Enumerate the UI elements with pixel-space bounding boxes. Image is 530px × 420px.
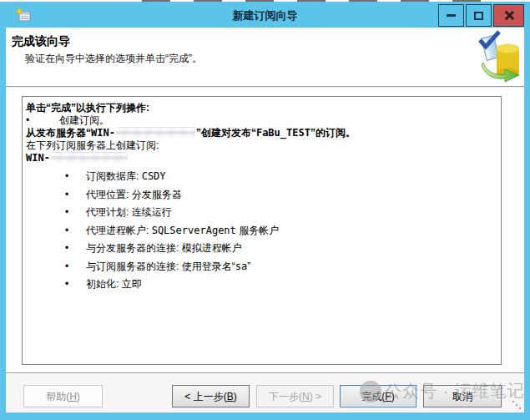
publisher-suffix: ”的订阅。	[310, 127, 356, 139]
publisher-line: 从发布服务器“WIN-”创建对发布“FaBu_TEST”的订阅。	[26, 127, 497, 139]
cancel-button[interactable]: 取消	[423, 385, 502, 407]
bullet-marker: •	[65, 276, 86, 294]
bullet-marker: •	[65, 186, 86, 205]
summary-panel: 单击“完成”以执行下列操作: •创建订阅。 从发布服务器“WIN-”创建对发布“…	[22, 96, 502, 365]
list-item: •与订阅服务器的连接: 使用登录名“sa”	[26, 258, 497, 276]
maximize-icon	[474, 12, 483, 20]
finish-button[interactable]: 完成(F)	[340, 385, 416, 407]
bullet-marker: •	[65, 258, 86, 276]
wizard-header: 完成该向导 验证在向导中选择的选项并单击“完成”。	[6, 28, 524, 87]
list-item: •代理进程帐户: SQLServerAgent 服务帐户	[26, 222, 497, 240]
publication-name: FaBu_TEST	[256, 127, 310, 139]
summary-intro: 单击“完成”以执行下列操作:	[26, 102, 497, 114]
list-item: •代理位置: 分发服务器	[26, 186, 497, 205]
page-title: 完成该向导	[6, 28, 524, 49]
minimize-icon	[447, 14, 456, 17]
finish-wizard-icon	[477, 29, 524, 83]
redacted-publisher-name	[116, 127, 195, 138]
list-item: •初始化: 立即	[26, 276, 497, 294]
action-text: 创建订阅。	[59, 114, 109, 126]
wizard-client-area: 完成该向导 验证在向导中选择的选项并单击“完成”。	[6, 28, 524, 412]
subscriber-intro: 在下列订阅服务器上创建订阅:	[26, 139, 497, 152]
help-button[interactable]: 帮助(H)	[23, 385, 103, 407]
wizard-footer: 帮助(H) < 上一步(B) 下一步(N) > 完成(F) 取消 公众号 · 运…	[6, 372, 524, 412]
maximize-button[interactable]	[466, 4, 492, 27]
resize-grip[interactable]	[512, 401, 514, 402]
bullet-marker: •	[65, 240, 86, 258]
bullet-marker: •	[26, 114, 59, 127]
title-bar[interactable]: 新建订阅向导	[6, 4, 524, 28]
list-item: •与分发服务器的连接: 模拟进程帐户	[26, 240, 497, 258]
close-icon	[503, 10, 514, 21]
subscriber-server-line: WIN-	[26, 152, 497, 164]
window-controls	[438, 4, 524, 27]
subscription-details-list: •订阅数据库: CSDY •代理位置: 分发服务器 •代理计划: 连续运行 •代…	[26, 168, 497, 294]
redacted-subscriber-name	[51, 152, 128, 163]
back-button[interactable]: < 上一步(B)	[172, 385, 250, 407]
close-button[interactable]	[493, 4, 524, 27]
page-subtitle: 验证在向导中选择的选项并单击“完成”。	[6, 52, 524, 66]
publisher-prefix: 从发布服务器“	[26, 127, 91, 139]
next-button: 下一步(N) >	[256, 385, 334, 407]
minimize-button[interactable]	[438, 4, 464, 27]
bullet-marker: •	[65, 222, 86, 240]
list-item: •订阅数据库: CSDY	[26, 168, 497, 186]
list-item: •代理计划: 连续运行	[26, 204, 497, 222]
bullet-marker: •	[65, 168, 86, 186]
subscriber-server-name: WIN-	[26, 152, 50, 164]
publisher-middle: ”创建对发布“	[196, 127, 256, 139]
bullet-marker: •	[65, 204, 86, 222]
publisher-server-name: WIN-	[91, 127, 115, 139]
action-bullet-line: •创建订阅。	[26, 114, 497, 127]
wizard-window: 新建订阅向导 完成该向导 验证在向导中选择的选项并单击“完成”。	[0, 2, 530, 420]
